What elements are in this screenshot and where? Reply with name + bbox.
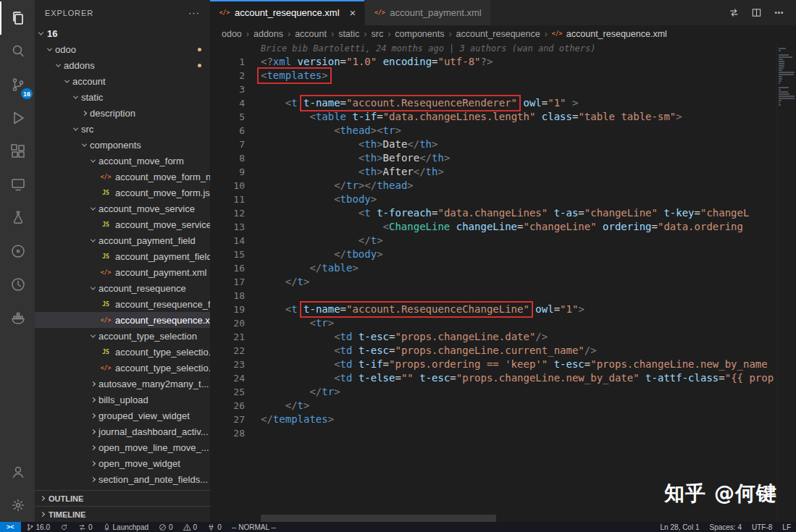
tree-item-addons[interactable]: addons — [35, 57, 210, 73]
tree-item-account-payment-field-js[interactable]: JSaccount_payment_field.js — [35, 248, 210, 264]
tree-item-account-type-selectio-[interactable]: JSaccount_type_selectio... — [35, 344, 210, 360]
extension-clock-icon[interactable] — [0, 268, 35, 301]
sidebar-panel-timeline[interactable]: TIMELINE — [35, 506, 210, 522]
tree-item-account-move-form[interactable]: account_move_form — [35, 153, 210, 169]
tab-account-payment-xml[interactable]: </>account_payment.xml — [365, 0, 490, 25]
extension-circle-icon[interactable] — [0, 235, 35, 268]
breadcrumb-item[interactable]: account_resequence — [456, 29, 540, 39]
sidebar-panel-outline[interactable]: OUTLINE — [35, 490, 210, 506]
breadcrumb-item[interactable]: addons — [254, 29, 283, 39]
tree-item-grouped-view-widget[interactable]: grouped_view_widget — [35, 408, 210, 423]
tree-item-account-resequence-fi-[interactable]: JSaccount_resequence_fi... — [35, 296, 210, 312]
code-line[interactable]: 13 <ChangeLine changeLine="changeLine" o… — [210, 220, 796, 234]
encoding[interactable]: UTF-8 — [747, 522, 777, 532]
tab-account-resequence-xml[interactable]: </>account_resequence.xml× — [210, 0, 365, 25]
breadcrumb-item[interactable]: components — [395, 29, 444, 39]
tree-item-account-resequence-xml[interactable]: </>account_resequence.xml — [35, 312, 210, 328]
breadcrumb-item[interactable]: odoo — [222, 29, 242, 39]
tree-item-account-payment-xml[interactable]: </>account_payment.xml — [35, 264, 210, 280]
scrollbar-thumb[interactable] — [261, 515, 496, 522]
git-branch[interactable]: 16.0 — [21, 522, 55, 532]
code-line[interactable]: 16 </table> — [210, 261, 796, 275]
tree-item-static[interactable]: static — [35, 89, 210, 105]
problems-warnings[interactable]: 0 — [178, 522, 203, 532]
tree-item-src[interactable]: src — [35, 121, 210, 137]
code-line[interactable]: 22 <td t-esc="props.changeLine.current_n… — [210, 344, 796, 358]
code-line[interactable]: 3 — [210, 83, 796, 96]
open-changes-icon[interactable] — [729, 7, 740, 18]
run-and-debug-icon[interactable] — [0, 101, 35, 135]
code-line[interactable]: 26 </t> — [210, 399, 796, 413]
explorer-icon[interactable] — [0, 1, 35, 35]
testing-icon[interactable] — [0, 201, 35, 235]
tree-item-account-payment-field[interactable]: account_payment_field — [35, 232, 210, 248]
editor[interactable]: Brice bib Bartoletti, 24 months ago | 3 … — [210, 42, 796, 522]
sync-changes[interactable] — [55, 522, 73, 532]
breadcrumb-item[interactable]: account — [295, 29, 327, 39]
extensions-icon[interactable] — [0, 135, 35, 168]
code-line[interactable]: 15 </tbody> — [210, 248, 796, 261]
problems-errors[interactable]: 0 — [154, 522, 178, 532]
source-control-icon[interactable]: 16 — [0, 68, 35, 101]
eol[interactable]: LF — [777, 522, 796, 532]
accounts-icon[interactable] — [0, 455, 35, 489]
tree-item-account-move-form-js[interactable]: JSaccount_move_form.js — [35, 185, 210, 200]
horizontal-scrollbar[interactable] — [261, 515, 776, 522]
remote-indicator[interactable]: >< — [0, 522, 21, 532]
code-line[interactable]: 24 <td t-else="" t-esc="props.changeLine… — [210, 371, 796, 385]
tree-item-account-move-form-n-[interactable]: </>account_move_form_n... — [35, 169, 210, 185]
code-line[interactable]: 5 <table t-if="data.changeLines.length" … — [210, 110, 796, 124]
code-line[interactable]: 18 — [210, 289, 796, 303]
tree-item-journal-dashboard-activ-[interactable]: journal_dashboard_activ... — [35, 423, 210, 439]
code-line[interactable]: 8 <th>Before</th> — [210, 151, 796, 165]
code-line[interactable]: 25 </tr> — [210, 385, 796, 399]
tree-item-autosave-many2many-t-[interactable]: autosave_many2many_t... — [35, 376, 210, 392]
compare-changes[interactable]: 0 — [73, 522, 98, 532]
indentation[interactable]: Spaces: 4 — [705, 522, 747, 532]
code-line[interactable]: 23 <td t-if="props.ordering == 'keep'" t… — [210, 358, 796, 371]
code-line[interactable]: 28 — [210, 426, 796, 440]
code-line[interactable]: 6 <thead><tr> — [210, 124, 796, 138]
breadcrumb-item[interactable]: src — [371, 29, 383, 39]
launchpad[interactable]: Launchpad — [98, 522, 154, 532]
tree-item-account[interactable]: account — [35, 73, 210, 89]
tree-item-description[interactable]: description — [35, 105, 210, 121]
more-actions-icon[interactable]: ··· — [188, 7, 200, 18]
vim-mode[interactable]: -- NORMAL -- — [227, 522, 281, 532]
git-blame-annotation[interactable]: Brice bib Bartoletti, 24 months ago | 3 … — [210, 42, 796, 55]
code-line[interactable]: 1<?xml version="1.0" encoding="utf-8"?> — [210, 55, 796, 69]
code-line[interactable]: 19 <t t-name="account.ResequenceChangeLi… — [210, 303, 796, 316]
tree-item-bills-upload[interactable]: bills_upload — [35, 392, 210, 408]
tree-item-section-and-note-fields-[interactable]: section_and_note_fields... — [35, 471, 210, 487]
tree-item-account-move-service[interactable]: account_move_service — [35, 200, 210, 216]
code-line[interactable]: 10 </tr></thead> — [210, 179, 796, 193]
tree-item-account-type-selectio-[interactable]: </>account_type_selectio... — [35, 360, 210, 376]
tree-item-open-move-widget[interactable]: open_move_widget — [35, 455, 210, 471]
tree-item-account-move-service-js[interactable]: JSaccount_move_service.js — [35, 216, 210, 232]
split-editor-icon[interactable] — [751, 7, 762, 18]
tree-item-odoo[interactable]: odoo — [35, 41, 210, 57]
code-line[interactable]: 27</templates> — [210, 413, 796, 426]
code-line[interactable]: 20 <tr> — [210, 316, 796, 330]
breadcrumb-item[interactable]: account_resequence.xml — [566, 29, 667, 39]
code-line[interactable]: 21 <td t-esc="props.changeLine.date"/> — [210, 330, 796, 344]
tree-item-open-move-line-move-[interactable]: open_move_line_move_... — [35, 439, 210, 455]
workspace-root-folder[interactable]: 16 — [35, 25, 210, 41]
remote-explorer-icon[interactable] — [0, 168, 35, 201]
ports[interactable]: 0 — [202, 522, 227, 532]
code-line[interactable]: 2<templates> — [210, 69, 796, 83]
breadcrumb-item[interactable]: static — [338, 29, 359, 39]
minimap[interactable] — [776, 42, 796, 522]
tree-item-account-type-selection[interactable]: account_type_selection — [35, 328, 210, 344]
code-line[interactable]: 7 <th>Date</th> — [210, 138, 796, 151]
search-icon[interactable] — [0, 35, 35, 68]
manage-icon[interactable] — [0, 489, 35, 522]
close-icon[interactable]: × — [350, 7, 356, 18]
docker-icon[interactable] — [0, 301, 35, 334]
code-line[interactable]: 12 <t t-foreach="data.changeLines" t-as=… — [210, 206, 796, 220]
code-line[interactable]: 9 <th>After</th> — [210, 165, 796, 179]
code-line[interactable]: 17 </t> — [210, 275, 796, 289]
cursor-position[interactable]: Ln 28, Col 1 — [655, 522, 705, 532]
code-line[interactable]: 14 </t> — [210, 234, 796, 248]
code-line[interactable]: 4 <t t-name="account.ResequenceRenderer"… — [210, 96, 796, 110]
